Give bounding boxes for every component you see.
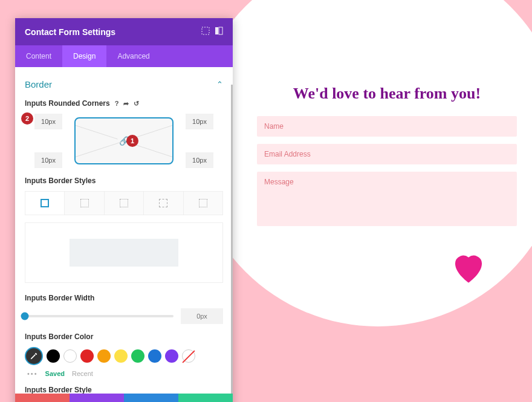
- hover-icon[interactable]: ➦: [123, 100, 129, 108]
- preview-name-field[interactable]: Name: [257, 116, 517, 137]
- corner-input-bl[interactable]: [34, 152, 62, 168]
- bottom-bar: ✕ ↺ ↻ ✓: [15, 394, 233, 402]
- heart-icon: [450, 251, 487, 284]
- border-large-preview: [25, 222, 223, 283]
- expand-icon[interactable]: [201, 27, 210, 37]
- chevron-up-icon: ⌃: [216, 80, 223, 89]
- save-button[interactable]: ✓: [178, 394, 233, 402]
- border-styles-text: Inputs Border Styles: [25, 177, 96, 185]
- border-style-all[interactable]: [25, 192, 65, 215]
- section-border-label: Border: [25, 79, 52, 89]
- tab-design[interactable]: Design: [62, 45, 106, 67]
- border-width-slider[interactable]: [25, 315, 174, 317]
- palette-saved[interactable]: Saved: [45, 370, 65, 377]
- swatch-red[interactable]: [80, 349, 94, 363]
- panel-title: Contact Form Settings: [25, 27, 196, 37]
- border-color-label: Inputs Border Color: [25, 332, 223, 341]
- preview-form: We'd love to hear from you! Name Email A…: [257, 85, 517, 233]
- slider-thumb[interactable]: [21, 313, 29, 320]
- panel-header: Contact Form Settings: [15, 18, 233, 45]
- svg-rect-1: [215, 27, 218, 34]
- redo-button[interactable]: ↻: [124, 394, 178, 402]
- border-width-value[interactable]: 0px: [181, 308, 223, 324]
- border-color-text: Inputs Border Color: [25, 332, 93, 341]
- panel-body: Border ⌃ Inputs Rounded Corners ? ➦ ↺ 2 …: [15, 67, 233, 394]
- swatch-black[interactable]: [47, 349, 60, 363]
- reset-icon[interactable]: ↺: [134, 100, 139, 108]
- corner-input-tl[interactable]: [34, 114, 62, 129]
- palette-tabs: ••• Saved Recent: [25, 370, 223, 377]
- settings-panel: Contact Form Settings Content Design Adv…: [15, 18, 233, 402]
- undo-button[interactable]: ↺: [70, 394, 124, 402]
- border-width-text: Inputs Border Width: [25, 294, 94, 302]
- annotation-badge-1: 1: [126, 135, 138, 147]
- help-icon[interactable]: ?: [115, 100, 119, 107]
- palette-recent[interactable]: Recent: [72, 370, 93, 377]
- border-width-label: Inputs Border Width: [25, 294, 223, 302]
- swatch-yellow[interactable]: [114, 349, 128, 363]
- corner-input-tr[interactable]: [186, 114, 213, 129]
- swatch-white[interactable]: [63, 349, 77, 363]
- more-icon[interactable]: •••: [27, 370, 38, 377]
- snap-icon[interactable]: [215, 27, 223, 37]
- border-style-text: Inputs Border Style: [25, 386, 92, 394]
- preview-title: We'd love to hear from you!: [257, 85, 517, 103]
- rounded-corners-label: Inputs Rounded Corners ? ➦ ↺: [25, 99, 223, 108]
- svg-rect-2: [219, 27, 222, 34]
- corner-preview-box[interactable]: 🔗 1: [74, 117, 174, 164]
- border-styles-row: [25, 191, 223, 215]
- swatch-green[interactable]: [131, 349, 144, 363]
- corner-input-br[interactable]: [186, 152, 213, 168]
- preview-message-field[interactable]: Message: [257, 172, 517, 226]
- border-width-row: 0px: [25, 308, 223, 324]
- swatch-transparent[interactable]: [182, 349, 195, 363]
- preview-email-field[interactable]: Email Address: [257, 144, 517, 164]
- annotation-badge-2: 2: [21, 112, 33, 125]
- border-large-preview-inner: [70, 239, 178, 267]
- border-style-left[interactable]: [184, 192, 222, 215]
- tab-advanced[interactable]: Advanced: [106, 45, 160, 67]
- color-swatches: [25, 347, 223, 365]
- border-style-label: Inputs Border Style: [25, 386, 223, 394]
- border-style-right[interactable]: [105, 192, 144, 215]
- swatch-orange[interactable]: [97, 349, 111, 363]
- swatch-blue[interactable]: [148, 349, 161, 363]
- rounded-corners-text: Inputs Rounded Corners: [25, 99, 110, 108]
- border-styles-label: Inputs Border Styles: [25, 177, 223, 185]
- rounded-corners-control: 2 🔗 1: [25, 114, 223, 168]
- preview-circle: We'd love to hear from you! Name Email A…: [190, 0, 532, 326]
- border-style-bottom[interactable]: [144, 192, 183, 215]
- border-style-top[interactable]: [65, 192, 104, 215]
- scrollbar[interactable]: [231, 85, 233, 394]
- color-picker-button[interactable]: [25, 347, 43, 365]
- tab-content[interactable]: Content: [15, 45, 62, 67]
- cancel-button[interactable]: ✕: [15, 394, 70, 402]
- tabs: Content Design Advanced: [15, 45, 233, 67]
- swatch-purple[interactable]: [165, 349, 178, 363]
- svg-rect-0: [202, 27, 209, 34]
- section-border-header[interactable]: Border ⌃: [25, 74, 223, 96]
